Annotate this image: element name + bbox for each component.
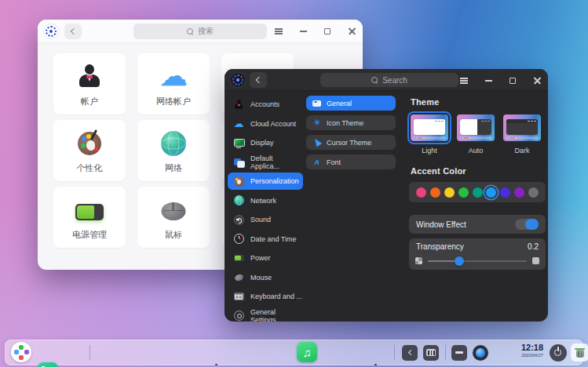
dock-trash-icon[interactable]	[571, 343, 588, 362]
submenu-item-icon-theme[interactable]: ✳ Icon Theme	[306, 115, 396, 130]
transparency-value: 0.2	[528, 242, 539, 251]
transparency-slider[interactable]	[428, 260, 527, 262]
back-button[interactable]	[250, 72, 267, 88]
sidebar-item-display[interactable]: Display	[228, 134, 303, 151]
chevron-left-icon	[256, 77, 262, 83]
theme-option-light[interactable]	[409, 113, 450, 143]
palette-icon	[77, 131, 102, 156]
window-effect-label: Window Effect	[416, 220, 466, 229]
accent-dot-teal[interactable]	[473, 187, 483, 198]
dark-theme-preview	[506, 119, 538, 135]
dock-clock[interactable]: 12:18 2020/04/27	[517, 343, 548, 358]
submenu-item-font[interactable]: A Font	[306, 154, 396, 169]
theme-option-auto[interactable]	[455, 113, 496, 143]
mouse-icon	[234, 273, 244, 282]
submenu-item-cursor-theme[interactable]: Cursor Theme	[306, 135, 396, 150]
dock-multitasking-icon[interactable]	[38, 362, 58, 367]
sidebar-label: Accounts	[250, 100, 279, 108]
sidebar-item-accounts[interactable]: Accounts	[228, 96, 303, 113]
control-center-logo-icon	[231, 73, 245, 87]
sidebar-item-power[interactable]: Power	[228, 249, 303, 267]
accent-dot-purple[interactable]	[514, 187, 524, 198]
close-button[interactable]	[532, 76, 542, 85]
accent-dot-orange[interactable]	[430, 187, 440, 198]
running-indicator	[374, 364, 377, 366]
module-card-cloud-account[interactable]: ☁ 网络帐户	[137, 53, 210, 114]
transparency-max-icon	[532, 257, 539, 264]
module-card-personalization[interactable]: 个性化	[53, 120, 126, 181]
globe-icon	[234, 195, 244, 205]
toggle-knob	[525, 219, 539, 230]
transparency-min-icon	[415, 257, 422, 264]
sidebar-item-mouse[interactable]: Mouse	[228, 269, 303, 286]
module-card-accounts[interactable]: 帐户	[53, 53, 126, 114]
sidebar-label: Date and Time	[250, 235, 297, 243]
maximize-button[interactable]	[323, 27, 332, 36]
accent-dot-pink[interactable]	[416, 187, 426, 198]
menu-button[interactable]	[274, 27, 283, 36]
window-icon	[312, 99, 321, 107]
theme-option-dark[interactable]	[502, 113, 542, 143]
tray-network-icon[interactable]	[473, 345, 488, 361]
tray-dnd-icon[interactable]	[451, 345, 467, 361]
minimize-button[interactable]	[298, 27, 308, 36]
globe-icon	[161, 131, 186, 156]
dock-shutdown-icon[interactable]	[550, 344, 567, 362]
accent-dot-gray[interactable]	[528, 187, 539, 198]
minimize-button[interactable]	[484, 76, 493, 85]
sidebar-label: Display	[250, 139, 274, 147]
dock-music-icon[interactable]: ♫	[297, 342, 317, 362]
accent-dot-green[interactable]	[458, 187, 469, 198]
accent-color-row	[409, 182, 546, 202]
module-label: 个性化	[53, 162, 126, 174]
module-card-mouse[interactable]: 鼠标	[137, 187, 210, 248]
dock-separator	[394, 345, 395, 360]
sidebar-label: General Settings	[250, 308, 303, 322]
desktop: 搜索 帐户 ☁ 网络帐户 个性化 网络	[0, 0, 588, 367]
clock-icon	[234, 234, 244, 244]
cursor-icon	[312, 138, 321, 147]
maximize-button[interactable]	[508, 76, 517, 85]
cloud-icon: ☁	[233, 118, 244, 129]
sidebar-item-default-applications[interactable]: Default Applica...	[228, 154, 303, 171]
sidebar-item-network[interactable]: Network	[228, 192, 303, 209]
menu-button[interactable]	[459, 76, 469, 85]
window-effect-toggle[interactable]	[515, 219, 539, 230]
module-card-network[interactable]: 网络	[137, 120, 210, 181]
titlebar[interactable]: 搜索	[38, 20, 363, 43]
search-placeholder: Search	[382, 76, 407, 85]
module-card-power[interactable]: 电源管理	[53, 187, 126, 248]
submenu-item-general[interactable]: General	[306, 96, 396, 111]
clock-date: 2020/04/27	[517, 354, 548, 358]
theme-label-light: Light	[409, 147, 450, 154]
submenu-label: Icon Theme	[327, 119, 363, 127]
module-label: 鼠标	[137, 229, 210, 241]
transparency-row: Transparency 0.2	[409, 238, 546, 270]
sidebar-label: Default Applica...	[250, 154, 303, 170]
sidebar-item-general-settings[interactable]: General Settings	[228, 307, 303, 322]
cloud-icon: ☁	[159, 64, 188, 88]
sidebar-label: Power	[250, 254, 271, 262]
auto-theme-preview	[460, 119, 491, 135]
tray-keyboard-layout-icon[interactable]	[423, 345, 439, 361]
accent-dot-blue-selected[interactable]	[486, 187, 496, 198]
close-button[interactable]	[347, 27, 356, 36]
sidebar-item-keyboard[interactable]: Keyboard and ...	[228, 288, 303, 305]
sidebar-item-cloud-account[interactable]: ☁ Cloud Account	[228, 115, 303, 133]
search-input[interactable]: 搜索	[133, 24, 267, 39]
slider-handle[interactable]	[455, 256, 464, 266]
sidebar-item-sound[interactable]: Sound	[228, 211, 303, 228]
window-effect-row: Window Effect	[409, 215, 546, 234]
sidebar-item-personalization[interactable]: Personalization	[228, 173, 303, 190]
search-placeholder: 搜索	[198, 26, 214, 37]
back-button[interactable]	[64, 24, 82, 39]
accent-dot-yellow[interactable]	[444, 187, 455, 198]
titlebar[interactable]: Search	[225, 69, 548, 91]
tray-expand-icon[interactable]	[402, 345, 418, 361]
dock-launcher-icon[interactable]	[11, 342, 31, 362]
theme-label-auto: Auto	[455, 147, 496, 154]
accent-dot-indigo[interactable]	[500, 187, 510, 198]
search-input[interactable]: Search	[320, 73, 458, 87]
theme-label-dark: Dark	[502, 147, 542, 154]
sidebar-item-date-time[interactable]: Date and Time	[228, 231, 303, 248]
